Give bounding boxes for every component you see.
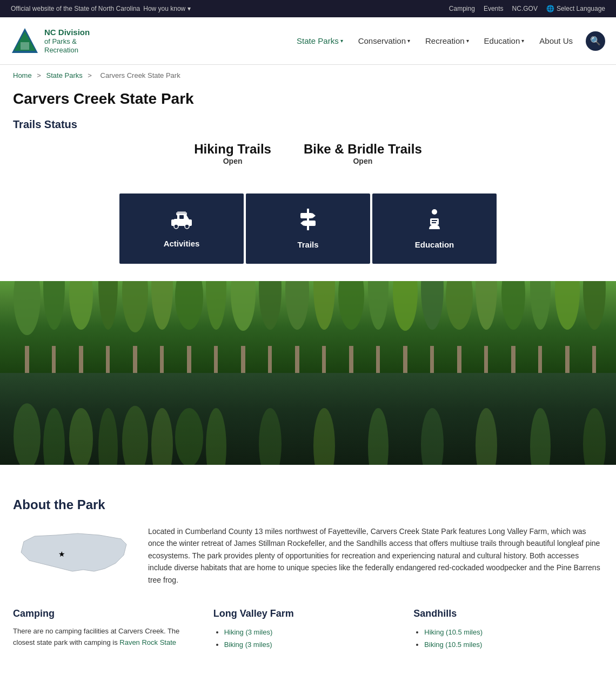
raven-rock-link[interactable]: Raven Rock State [119, 638, 176, 646]
svg-rect-16 [430, 218, 439, 225]
globe-icon: 🌐 [546, 5, 554, 12]
nav-state-parks[interactable]: State Parks ▾ [290, 32, 350, 50]
sh-hiking-link[interactable]: Hiking (10.5 miles) [424, 628, 483, 636]
nav-links: State Parks ▾ Conservation ▾ Recreation … [290, 31, 605, 51]
svg-point-37 [501, 281, 525, 330]
chevron-down-icon: ▾ [340, 38, 343, 44]
lv-biking-link[interactable]: Biking (3 miles) [224, 640, 272, 649]
chevron-down-icon: ▾ [466, 38, 469, 44]
long-valley-trails: Hiking (3 miles) Biking (3 miles) [224, 626, 403, 651]
svg-point-28 [259, 281, 282, 330]
svg-rect-41 [25, 346, 29, 373]
nav-conservation[interactable]: Conservation ▾ [352, 32, 417, 50]
svg-point-72 [313, 408, 335, 465]
breadcrumb-home[interactable]: Home [13, 71, 32, 79]
svg-point-7 [185, 224, 189, 229]
svg-point-70 [206, 408, 226, 465]
sandhills-section: Sandhills Hiking (10.5 miles) Biking (10… [413, 608, 603, 653]
svg-point-65 [69, 408, 93, 465]
svg-point-40 [583, 281, 606, 330]
trails-card[interactable]: Trails [246, 193, 370, 264]
svg-rect-61 [565, 346, 570, 373]
bike-status: Open [304, 157, 422, 165]
reflection-svg [0, 370, 616, 465]
svg-point-63 [14, 403, 41, 465]
icon-cards: Activities Trails Educat [13, 192, 603, 265]
hiking-trails: Hiking Trails Open [194, 142, 271, 165]
about-heading: About the Park [13, 497, 603, 512]
page-title: Carvers Creek State Park [13, 90, 603, 108]
activities-card[interactable]: Activities [119, 193, 244, 264]
svg-rect-5 [179, 215, 184, 219]
svg-point-34 [421, 281, 444, 330]
svg-rect-13 [304, 221, 316, 226]
search-button[interactable]: 🔍 [586, 31, 605, 51]
list-item: Biking (10.5 miles) [424, 638, 603, 651]
trails-status-heading: Trails Status [13, 118, 603, 131]
svg-point-69 [175, 408, 203, 465]
education-card[interactable]: Education [372, 193, 497, 264]
svg-point-71 [259, 408, 282, 465]
breadcrumb-sep: > [37, 71, 43, 79]
svg-rect-55 [403, 346, 407, 373]
breadcrumb-state-parks[interactable]: State Parks [46, 71, 83, 79]
svg-rect-45 [133, 346, 137, 373]
svg-point-27 [231, 281, 256, 331]
svg-point-67 [122, 406, 148, 465]
svg-point-75 [476, 408, 497, 465]
list-item: Biking (3 miles) [224, 638, 403, 651]
page-title-section: Carvers Creek State Park [0, 86, 616, 118]
sh-biking-link[interactable]: Biking (10.5 miles) [424, 640, 482, 649]
svg-rect-60 [538, 346, 542, 373]
nav-recreation[interactable]: Recreation ▾ [419, 32, 476, 50]
svg-marker-12 [312, 213, 316, 218]
hiking-trails-label: Hiking Trails [194, 142, 271, 157]
activities-label: Activities [164, 239, 200, 248]
camping-link[interactable]: Camping [449, 5, 475, 12]
logo-text: NC Division of Parks & Recreation [44, 28, 90, 54]
nav-about-us[interactable]: About Us [533, 32, 579, 50]
activities-icon [170, 210, 193, 233]
svg-rect-56 [430, 346, 434, 373]
how-you-know-link[interactable]: How you know ▾ [143, 5, 190, 12]
svg-rect-46 [160, 346, 164, 373]
svg-rect-54 [376, 346, 380, 373]
svg-rect-48 [214, 346, 218, 373]
svg-marker-14 [300, 221, 304, 226]
svg-rect-50 [268, 346, 272, 373]
svg-point-35 [446, 281, 473, 330]
site-logo[interactable]: NC Division of Parks & Recreation [11, 27, 90, 55]
language-selector[interactable]: 🌐 Select Language [546, 5, 605, 12]
svg-point-73 [368, 408, 389, 465]
long-valley-section: Long Valley Farm Hiking (3 miles) Biking… [213, 608, 403, 653]
svg-rect-18 [432, 222, 436, 223]
sandhills-heading: Sandhills [413, 608, 603, 619]
svg-point-31 [338, 281, 364, 330]
list-item: Hiking (10.5 miles) [424, 626, 603, 638]
svg-rect-17 [432, 220, 437, 221]
hiking-status: Open [194, 157, 271, 165]
svg-point-29 [285, 281, 309, 330]
svg-point-32 [368, 281, 389, 330]
svg-rect-44 [106, 346, 110, 373]
nav-education[interactable]: Education ▾ [478, 32, 531, 50]
official-notice: Official website of the State of North C… [11, 5, 191, 12]
breadcrumb-sep: > [88, 71, 93, 79]
bike-bridle-trails: Bike & Bridle Trails Open [304, 142, 422, 165]
svg-point-33 [393, 281, 418, 331]
about-description: Located in Cumberland County 13 miles no… [148, 525, 603, 586]
chevron-down-icon: ▾ [407, 38, 410, 44]
camping-text: There are no camping facilities at Carve… [13, 626, 203, 649]
nc-map: ★ [13, 525, 132, 586]
chevron-down-icon: ▾ [521, 38, 524, 44]
svg-point-39 [555, 281, 580, 330]
about-content: ★ Located in Cumberland County 13 miles … [13, 525, 603, 586]
svg-rect-59 [511, 346, 515, 373]
events-link[interactable]: Events [484, 5, 504, 12]
breadcrumb: Home > State Parks > Carvers Creek State… [0, 65, 616, 86]
svg-point-36 [476, 281, 497, 330]
ncgov-link[interactable]: NC.GOV [512, 5, 538, 12]
svg-rect-47 [187, 346, 191, 373]
lv-hiking-link[interactable]: Hiking (3 miles) [224, 628, 273, 636]
svg-rect-4 [173, 215, 177, 219]
